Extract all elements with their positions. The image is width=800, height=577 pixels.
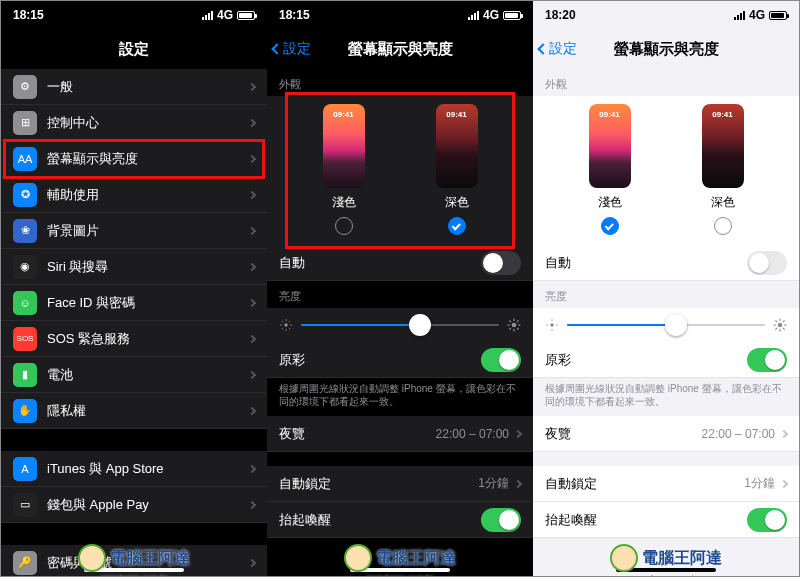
battery-icon: [769, 11, 787, 20]
row-icon: ⚙: [13, 75, 37, 99]
brightness-slider[interactable]: [301, 324, 499, 326]
truetone-row[interactable]: 原彩: [267, 342, 533, 378]
section-appearance: 外觀: [267, 69, 533, 96]
settings-row[interactable]: ◉ Siri 與搜尋: [1, 249, 267, 285]
row-icon: ⊞: [13, 111, 37, 135]
brightness-row: [267, 308, 533, 342]
network-label: 4G: [217, 8, 233, 22]
auto-toggle[interactable]: [747, 251, 787, 275]
truetone-row[interactable]: 原彩: [533, 342, 799, 378]
watermark: 電腦王阿達 www.kocpc.com.tw: [344, 544, 456, 572]
raise-row[interactable]: 抬起喚醒: [533, 502, 799, 538]
svg-point-18: [550, 323, 554, 327]
settings-row[interactable]: ⊞ 控制中心: [1, 105, 267, 141]
battery-icon: [237, 11, 255, 20]
row-icon: ❀: [13, 219, 37, 243]
row-label: 一般: [47, 78, 249, 96]
battery-icon: [503, 11, 521, 20]
page-title: 設定: [119, 40, 149, 59]
nightshift-row[interactable]: 夜覽 22:00 – 07:00: [533, 416, 799, 452]
row-label: Siri 與搜尋: [47, 258, 249, 276]
appearance-dark-option[interactable]: 09:41 深色: [702, 104, 744, 235]
radio-on[interactable]: [601, 217, 619, 235]
status-time: 18:20: [545, 8, 576, 22]
row-icon: ✋: [13, 399, 37, 423]
nav-header: 設定: [1, 29, 267, 69]
settings-row[interactable]: ▭ 錢包與 Apple Pay: [1, 487, 267, 523]
back-button[interactable]: 設定: [273, 40, 311, 58]
status-bar: 18:15 4G: [1, 1, 267, 29]
settings-row[interactable]: A iTunes 與 App Store: [1, 451, 267, 487]
autolock-row[interactable]: 自動鎖定 1分鐘: [267, 466, 533, 502]
appearance-dark-option[interactable]: 09:41 深色: [436, 104, 478, 235]
chevron-right-icon: [248, 154, 256, 162]
settings-panel: 18:15 4G 設定 ⚙ 一般 ⊞ 控制中心 AA 螢幕顯示與亮度 ✪ 輔助使…: [1, 1, 267, 576]
status-bar: 18:20 4G: [533, 1, 799, 29]
svg-point-23: [778, 323, 783, 328]
chevron-right-icon: [248, 370, 256, 378]
row-label: 背景圖片: [47, 222, 249, 240]
appearance-light-option[interactable]: 09:41 淺色: [323, 104, 365, 235]
signal-icon: [202, 11, 213, 20]
row-icon: ▮: [13, 363, 37, 387]
sun-small-icon: [279, 318, 293, 332]
section-brightness: 亮度: [267, 281, 533, 308]
signal-icon: [468, 11, 479, 20]
appearance-light-option[interactable]: 09:41 淺色: [589, 104, 631, 235]
chevron-right-icon: [248, 500, 256, 508]
status-time: 18:15: [13, 8, 44, 22]
svg-point-9: [512, 323, 517, 328]
settings-row[interactable]: ⚙ 一般: [1, 69, 267, 105]
svg-line-5: [282, 321, 283, 322]
chevron-right-icon: [248, 190, 256, 198]
chevron-right-icon: [780, 429, 788, 437]
svg-line-28: [775, 320, 777, 322]
settings-row[interactable]: ✋ 隱私權: [1, 393, 267, 429]
back-button[interactable]: 設定: [539, 40, 577, 58]
raise-row[interactable]: 抬起喚醒: [267, 502, 533, 538]
truetone-toggle[interactable]: [747, 348, 787, 372]
row-icon: ☺: [13, 291, 37, 315]
svg-line-17: [517, 320, 519, 322]
row-label: 電池: [47, 366, 249, 384]
row-icon: A: [13, 457, 37, 481]
row-label: 隱私權: [47, 402, 249, 420]
radio-on[interactable]: [448, 217, 466, 235]
auto-toggle[interactable]: [481, 251, 521, 275]
row-label: 錢包與 Apple Pay: [47, 496, 249, 514]
signal-icon: [734, 11, 745, 20]
settings-row[interactable]: AA 螢幕顯示與亮度: [1, 141, 267, 177]
display-panel-light: 18:20 4G 設定 螢幕顯示與亮度 外觀 09:41 淺色 09:41 深色…: [533, 1, 799, 576]
row-icon: SOS: [13, 327, 37, 351]
section-appearance: 外觀: [533, 69, 799, 96]
row-label: Face ID 與密碼: [47, 294, 249, 312]
svg-line-14: [509, 320, 511, 322]
nightshift-row[interactable]: 夜覽 22:00 – 07:00: [267, 416, 533, 452]
chevron-right-icon: [248, 226, 256, 234]
svg-line-30: [775, 328, 777, 330]
settings-row[interactable]: ❀ 背景圖片: [1, 213, 267, 249]
row-icon: 🔑: [13, 551, 37, 575]
chevron-right-icon: [248, 262, 256, 270]
row-label: 輔助使用: [47, 186, 249, 204]
brightness-slider[interactable]: [567, 324, 765, 326]
raise-toggle[interactable]: [481, 508, 521, 532]
sun-large-icon: [773, 318, 787, 332]
svg-line-29: [783, 328, 785, 330]
nav-header: 設定 螢幕顯示與亮度: [533, 29, 799, 69]
radio-off[interactable]: [335, 217, 353, 235]
raise-toggle[interactable]: [747, 508, 787, 532]
settings-row[interactable]: SOS SOS 緊急服務: [1, 321, 267, 357]
autolock-row[interactable]: 自動鎖定 1分鐘: [533, 466, 799, 502]
row-label: iTunes 與 App Store: [47, 460, 249, 478]
auto-row[interactable]: 自動: [533, 245, 799, 281]
auto-row[interactable]: 自動: [267, 245, 533, 281]
settings-row[interactable]: ▮ 電池: [1, 357, 267, 393]
settings-row[interactable]: ☺ Face ID 與密碼: [1, 285, 267, 321]
svg-line-16: [509, 328, 511, 330]
radio-off[interactable]: [714, 217, 732, 235]
truetone-toggle[interactable]: [481, 348, 521, 372]
truetone-caption: 根據周圍光線狀況自動調整 iPhone 螢幕，讓色彩在不同的環境下都看起來一致。: [533, 378, 799, 416]
settings-row[interactable]: ✪ 輔助使用: [1, 177, 267, 213]
page-title: 螢幕顯示與亮度: [348, 40, 453, 59]
